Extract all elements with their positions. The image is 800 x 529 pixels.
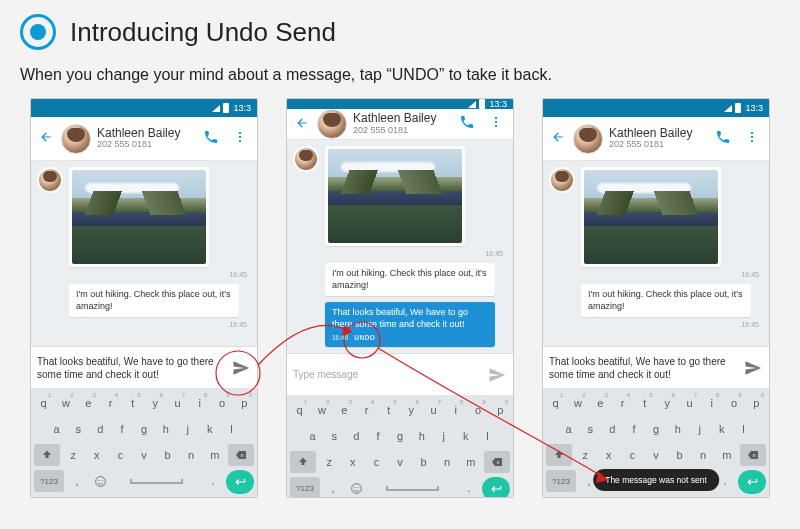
key-r[interactable]: r4 bbox=[101, 392, 120, 414]
received-message[interactable]: I'm out hiking. Check this place out, it… bbox=[69, 284, 239, 317]
key-j[interactable]: j bbox=[178, 418, 197, 440]
key-i[interactable]: i8 bbox=[446, 399, 465, 421]
key-m[interactable]: m bbox=[460, 451, 481, 473]
enter-key[interactable] bbox=[482, 477, 510, 498]
key-a[interactable]: a bbox=[559, 418, 578, 440]
key-e[interactable]: e3 bbox=[79, 392, 98, 414]
key-e[interactable]: e3 bbox=[335, 399, 354, 421]
key-h[interactable]: h bbox=[412, 425, 431, 447]
key-k[interactable]: k bbox=[712, 418, 731, 440]
key-k[interactable]: k bbox=[456, 425, 475, 447]
key-d[interactable]: d bbox=[603, 418, 622, 440]
key-m[interactable]: m bbox=[204, 444, 225, 466]
compose-input[interactable]: That looks beatiful, We have to go there… bbox=[549, 355, 737, 381]
key-comma[interactable]: , bbox=[67, 470, 87, 492]
key-z[interactable]: z bbox=[575, 444, 596, 466]
send-button[interactable] bbox=[743, 358, 763, 378]
received-message[interactable]: I'm out hiking. Check this place out, it… bbox=[581, 284, 751, 317]
emoji-key[interactable] bbox=[346, 477, 366, 498]
compose-input[interactable]: Type message bbox=[293, 368, 481, 381]
key-z[interactable]: z bbox=[63, 444, 84, 466]
key-f[interactable]: f bbox=[113, 418, 132, 440]
key-period[interactable]: . bbox=[203, 470, 223, 492]
space-key[interactable] bbox=[369, 477, 456, 498]
backspace-key[interactable] bbox=[228, 444, 254, 466]
phone-icon[interactable] bbox=[715, 129, 731, 149]
key-p[interactable]: p0 bbox=[747, 392, 766, 414]
key-x[interactable]: x bbox=[599, 444, 620, 466]
key-u[interactable]: u7 bbox=[424, 399, 443, 421]
key-x[interactable]: x bbox=[87, 444, 108, 466]
shift-key[interactable] bbox=[290, 451, 316, 473]
contact-avatar[interactable] bbox=[61, 124, 91, 154]
more-vert-icon[interactable] bbox=[233, 129, 247, 149]
key-t[interactable]: t5 bbox=[379, 399, 398, 421]
key-a[interactable]: a bbox=[303, 425, 322, 447]
key-g[interactable]: g bbox=[135, 418, 154, 440]
key-h[interactable]: h bbox=[668, 418, 687, 440]
key-c[interactable]: c bbox=[366, 451, 387, 473]
key-a[interactable]: a bbox=[47, 418, 66, 440]
key-i[interactable]: i8 bbox=[702, 392, 721, 414]
enter-key[interactable] bbox=[226, 470, 254, 494]
shift-key[interactable] bbox=[34, 444, 60, 466]
key-w[interactable]: w2 bbox=[568, 392, 587, 414]
space-key[interactable] bbox=[113, 470, 200, 492]
enter-key[interactable] bbox=[738, 470, 766, 494]
key-v[interactable]: v bbox=[390, 451, 411, 473]
contact-avatar[interactable] bbox=[317, 109, 347, 139]
symbols-key[interactable]: ?123 bbox=[290, 477, 320, 498]
key-d[interactable]: d bbox=[91, 418, 110, 440]
backspace-key[interactable] bbox=[484, 451, 510, 473]
key-comma[interactable]: , bbox=[323, 477, 343, 498]
photo-message[interactable] bbox=[581, 167, 721, 267]
key-n[interactable]: n bbox=[693, 444, 714, 466]
phone-icon[interactable] bbox=[459, 114, 475, 134]
key-q[interactable]: q1 bbox=[546, 392, 565, 414]
key-u[interactable]: u7 bbox=[168, 392, 187, 414]
key-t[interactable]: t5 bbox=[123, 392, 142, 414]
key-h[interactable]: h bbox=[156, 418, 175, 440]
key-s[interactable]: s bbox=[581, 418, 600, 440]
contact-avatar[interactable] bbox=[573, 124, 603, 154]
photo-message[interactable] bbox=[325, 146, 465, 246]
phone-icon[interactable] bbox=[203, 129, 219, 149]
back-icon[interactable] bbox=[293, 114, 311, 135]
key-f[interactable]: f bbox=[625, 418, 644, 440]
more-vert-icon[interactable] bbox=[489, 114, 503, 134]
key-q[interactable]: q1 bbox=[290, 399, 309, 421]
key-w[interactable]: w2 bbox=[312, 399, 331, 421]
key-x[interactable]: x bbox=[343, 451, 364, 473]
key-o[interactable]: o9 bbox=[724, 392, 743, 414]
send-button[interactable] bbox=[231, 358, 251, 378]
key-c[interactable]: c bbox=[110, 444, 131, 466]
key-k[interactable]: k bbox=[200, 418, 219, 440]
key-period[interactable]: . bbox=[459, 477, 479, 498]
key-v[interactable]: v bbox=[134, 444, 155, 466]
key-g[interactable]: g bbox=[391, 425, 410, 447]
key-e[interactable]: e3 bbox=[591, 392, 610, 414]
key-y[interactable]: y6 bbox=[146, 392, 165, 414]
key-y[interactable]: y6 bbox=[402, 399, 421, 421]
backspace-key[interactable] bbox=[740, 444, 766, 466]
key-v[interactable]: v bbox=[646, 444, 667, 466]
undo-button[interactable]: UNDO bbox=[354, 334, 375, 342]
key-b[interactable]: b bbox=[669, 444, 690, 466]
key-p[interactable]: p0 bbox=[235, 392, 254, 414]
key-o[interactable]: o9 bbox=[212, 392, 231, 414]
back-icon[interactable] bbox=[549, 128, 567, 149]
photo-message[interactable] bbox=[69, 167, 209, 267]
key-q[interactable]: q1 bbox=[34, 392, 53, 414]
key-f[interactable]: f bbox=[369, 425, 388, 447]
symbols-key[interactable]: ?123 bbox=[546, 470, 576, 492]
key-j[interactable]: j bbox=[690, 418, 709, 440]
compose-input[interactable]: That looks beatiful, We have to go there… bbox=[37, 355, 225, 381]
emoji-key[interactable] bbox=[90, 470, 110, 492]
key-m[interactable]: m bbox=[716, 444, 737, 466]
key-r[interactable]: r4 bbox=[357, 399, 376, 421]
key-s[interactable]: s bbox=[69, 418, 88, 440]
key-i[interactable]: i8 bbox=[190, 392, 209, 414]
key-p[interactable]: p0 bbox=[491, 399, 510, 421]
key-b[interactable]: b bbox=[157, 444, 178, 466]
key-y[interactable]: y6 bbox=[658, 392, 677, 414]
